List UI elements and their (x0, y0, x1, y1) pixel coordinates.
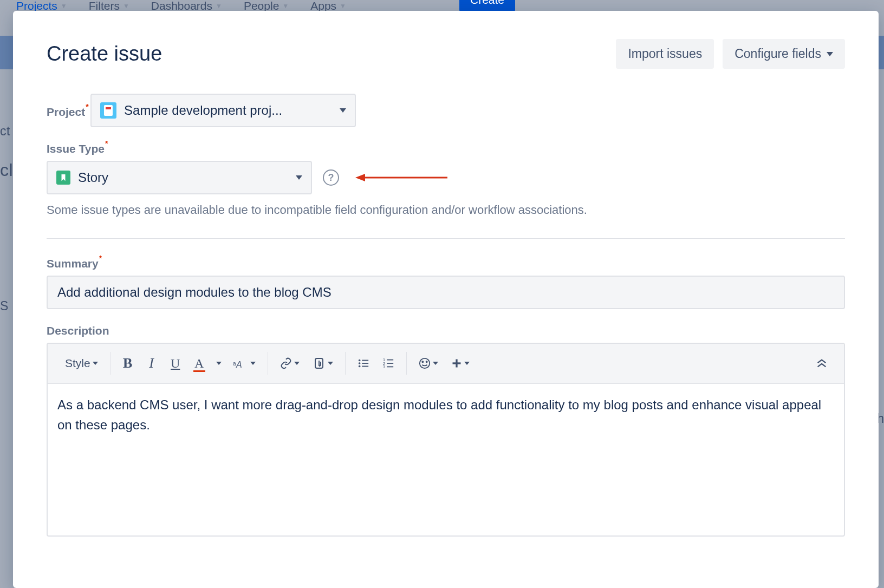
style-dropdown-button[interactable]: Style (60, 352, 103, 374)
chevron-down-icon: ▼ (282, 2, 289, 10)
issue-type-label: Issue Type * (47, 142, 107, 155)
chevron-down-icon (294, 362, 300, 365)
svg-rect-12 (362, 366, 368, 367)
insert-more-button[interactable] (446, 352, 475, 374)
create-button-label: Create (470, 0, 504, 6)
svg-rect-16 (387, 363, 393, 364)
summary-label: Summary * (47, 257, 101, 270)
description-label-text: Description (47, 324, 109, 337)
numbered-list-icon: 1 2 3 (382, 357, 394, 369)
chevron-down-icon (433, 362, 438, 365)
svg-point-9 (359, 362, 361, 364)
italic-button[interactable]: I (141, 352, 162, 374)
bold-button[interactable]: B (117, 352, 139, 374)
svg-rect-23 (452, 363, 460, 364)
text-color-button[interactable]: A (188, 352, 210, 374)
svg-marker-3 (355, 174, 365, 181)
svg-point-21 (426, 361, 427, 362)
chevron-down-icon (464, 362, 470, 365)
issue-type-field-group: Issue Type * Story ? Some issue types ar… (47, 142, 845, 219)
svg-rect-14 (387, 360, 393, 361)
project-selected-value: Sample development proj... (124, 103, 282, 118)
help-icon[interactable]: ? (323, 169, 339, 186)
project-label-text: Project (47, 106, 85, 119)
plus-icon (451, 358, 462, 369)
svg-point-19 (420, 358, 430, 368)
more-formatting-button[interactable]: a A (227, 352, 261, 374)
summary-field-group: Summary * (47, 257, 845, 309)
bg-text-fragment: ct (0, 122, 13, 141)
issue-type-select[interactable]: Story (47, 161, 312, 194)
link-button[interactable] (275, 352, 305, 374)
search-icon (831, 0, 844, 1)
style-dropdown-label: Style (65, 357, 90, 370)
collapse-toolbar-button[interactable] (810, 352, 833, 374)
editor-toolbar: Style B I U A (48, 344, 844, 384)
chevron-down-icon: ▼ (340, 2, 346, 10)
description-editor: Style B I U A (47, 343, 845, 537)
emoji-button[interactable] (413, 352, 444, 374)
configure-fields-label: Configure fields (734, 47, 821, 61)
numbered-list-button[interactable]: 1 2 3 (377, 352, 400, 374)
svg-point-7 (359, 360, 361, 362)
background-text-left: ct cl S (0, 122, 13, 315)
project-label: Project * (47, 106, 88, 119)
modal-actions: Import issues Configure fields (616, 39, 845, 69)
link-icon (280, 357, 292, 369)
summary-label-text: Summary (47, 257, 99, 270)
issue-type-selected-value: Story (78, 170, 108, 185)
import-issues-button[interactable]: Import issues (616, 39, 714, 69)
story-issue-type-icon (56, 171, 70, 185)
attachment-icon (313, 357, 326, 370)
chevron-down-icon (250, 362, 256, 365)
attachment-button[interactable] (307, 352, 339, 374)
more-formatting-icon: a A (233, 358, 248, 369)
create-issue-modal: Create issue Import issues Configure fie… (13, 11, 879, 588)
project-avatar-icon (100, 102, 116, 119)
chevron-down-icon: ▼ (61, 2, 67, 10)
section-divider (47, 238, 845, 239)
svg-rect-10 (362, 363, 368, 364)
chevron-down-icon (827, 52, 833, 56)
create-button[interactable]: Create (459, 0, 515, 12)
annotation-arrow-icon (355, 172, 447, 183)
search-box[interactable]: Sear (831, 0, 873, 1)
description-label: Description (47, 324, 109, 337)
svg-point-11 (359, 365, 361, 368)
svg-text:A: A (236, 360, 242, 369)
bullet-list-icon (358, 357, 369, 369)
text-color-dropdown-button[interactable] (212, 352, 225, 374)
modal-header: Create issue Import issues Configure fie… (47, 39, 845, 69)
chevron-down-icon: ▼ (216, 2, 222, 10)
project-select[interactable]: Sample development proj... (90, 94, 356, 127)
svg-rect-8 (362, 360, 368, 361)
chevron-down-icon (296, 175, 302, 180)
chevron-down-icon (93, 362, 98, 365)
chevron-down-icon (328, 362, 333, 365)
description-textarea[interactable]: As a backend CMS user, I want more drag-… (48, 384, 844, 535)
chevron-down-icon: ▼ (123, 2, 129, 10)
issue-type-hint: Some issue types are unavailable due to … (47, 202, 845, 219)
required-indicator: * (99, 254, 102, 267)
required-indicator: * (105, 139, 108, 152)
emoji-icon (419, 357, 431, 369)
bullet-list-button[interactable] (352, 352, 375, 374)
text-color-swatch (193, 370, 205, 372)
project-field-group: Project * Sample development proj... (47, 94, 845, 127)
summary-input[interactable] (47, 276, 845, 309)
chevron-down-icon (216, 362, 222, 365)
import-issues-label: Import issues (628, 47, 702, 61)
search-placeholder: Sear (849, 0, 873, 1)
configure-fields-button[interactable]: Configure fields (723, 39, 845, 69)
description-field-group: Description Style B I U A (47, 324, 845, 537)
svg-text:3: 3 (383, 364, 385, 369)
bg-text-fragment: S (0, 297, 13, 316)
chevron-down-icon (340, 108, 346, 113)
bg-text-fragment: cl (0, 157, 13, 183)
svg-point-20 (422, 361, 423, 362)
underline-button[interactable]: U (165, 352, 186, 374)
svg-rect-18 (387, 367, 393, 368)
modal-title: Create issue (47, 42, 162, 66)
collapse-icon (816, 358, 828, 368)
required-indicator: * (86, 102, 88, 115)
